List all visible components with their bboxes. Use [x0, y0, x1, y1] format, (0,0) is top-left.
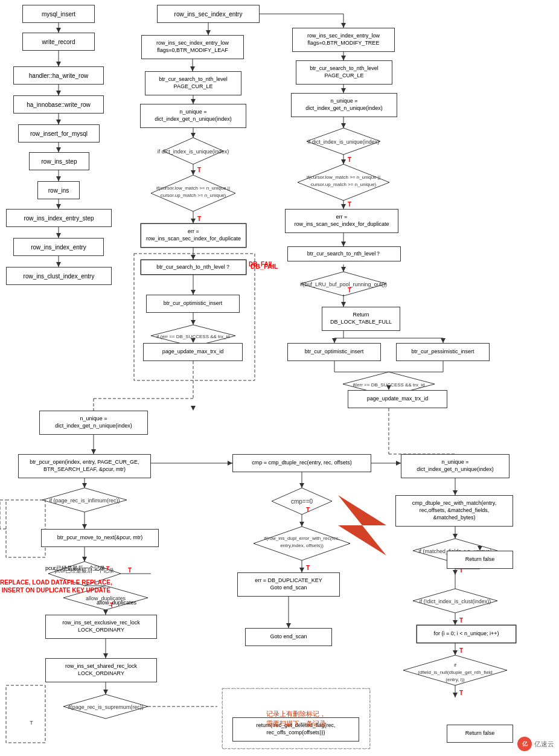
n-unique-3-box: n_unique =dict_index_get_n_unique(index) [401, 454, 509, 478]
ha-innobase-box: ha_innobase::write_row [13, 95, 104, 114]
svg-text:T: T [30, 720, 33, 726]
row-ins-label: row_ins [48, 187, 69, 194]
svg-text:(entry, i)): (entry, i)) [446, 677, 465, 682]
svg-marker-148 [299, 483, 304, 488]
page-update-1-label: page_update_max_trx_id [162, 348, 224, 356]
btr-pessimistic-box: btr_cur_pessimistic_insert [396, 343, 490, 361]
err-scan-right-label: err =row_ins_scan_sec_index_for_duplicat… [294, 214, 389, 228]
db-fail-label: DB_FAIL [249, 261, 274, 267]
svg-text:if(row_ins_dupl_error_with_rec: if(row_ins_dupl_error_with_rec(rec, [264, 536, 339, 541]
btr-pessimistic-label: btr_cur_pessimistic_insert [411, 348, 474, 356]
svg-text:if dict_index_is_unique(index): if dict_index_is_unique(index) [308, 139, 380, 145]
svg-marker-139 [103, 690, 108, 694]
return-false-1-label: Return false [465, 556, 495, 563]
svg-text:T: T [348, 201, 351, 208]
row-ins-clust-label: row_ins_clust_index_entry [24, 272, 95, 280]
svg-marker-63 [341, 23, 346, 28]
svg-text:T: T [459, 617, 463, 624]
err-scan-left-box: err =row_ins_scan_sec_index_for_duplicat… [141, 223, 246, 248]
svg-marker-17 [56, 262, 61, 267]
n-unique-1-label: n_unique =dict_index_get_n_unique(index) [155, 109, 232, 123]
btr-search-tree-label: btr_cur_search_to_nth_levelPAGE_CUR_LE [310, 65, 379, 79]
mysql-insert-label: mysql_insert [42, 10, 75, 18]
svg-text:if(cursor.low_match >= n_uniqu: if(cursor.low_match >= n_unique || [156, 185, 230, 191]
cmp-dtuple-match-label: cmp_dtuple_rec_with_match(entry,rec,offs… [412, 500, 496, 521]
row-insert-mysql-box: row_insert_for_mysql [18, 124, 100, 143]
row-ins-clust-box: row_ins_clust_index_entry [6, 267, 112, 285]
row-ins-step-label: row_ins_step [42, 158, 77, 165]
deleted-note-text: 记录上有删除标记，需要扫描下一条记录 [266, 709, 326, 729]
svg-marker-149 [272, 488, 332, 514]
svg-rect-121 [6, 500, 45, 557]
svg-marker-7 [56, 120, 61, 124]
svg-text:if(cursor.low_match >= n_uniqu: if(cursor.low_match >= n_unique || [307, 175, 380, 180]
n-unique-3-label: n_unique =dict_index_get_n_unique(index) [417, 459, 494, 473]
cmp-dtuple-label: cmp = cmp_dtuple_rec(entry, rec, offsets… [252, 460, 352, 467]
handler-write-row-box: handler::ha_write_row [13, 66, 104, 85]
btr-search-q-right-box: btr_cur_search_to_nth_level？ [287, 246, 401, 261]
write-record-box: write_record [22, 33, 95, 51]
err-dup-key-box: err = DB_DUPLICATE_KEYGoto end_scan [237, 572, 340, 597]
svg-marker-94 [332, 338, 337, 343]
svg-marker-172 [478, 546, 482, 551]
ha-innobase-label: ha_innobase::write_row [27, 101, 91, 109]
svg-marker-85 [301, 272, 386, 296]
svg-marker-15 [56, 233, 61, 238]
row-ins-index-step-box: row_ins_index_entry_step [6, 209, 112, 227]
svg-marker-106 [386, 385, 391, 390]
replace-label: REPLACE, LOAD DATAFILE REPLACE,INSERT ON… [0, 578, 112, 594]
return-lock-full-box: ReturnDB_LOCK_TABLE_FULL [322, 307, 400, 331]
row-ins-shared-label: row_ins_set_shared_rec_lockLOCK_ORDINARY [65, 663, 137, 677]
svg-text:if(err == DB_SUCCESS && trx_id: if(err == DB_SUCCESS && trx_id [353, 382, 424, 388]
svg-marker-165 [453, 534, 458, 539]
btr-search-q-right-label: btr_cur_search_to_nth_level？ [307, 251, 382, 258]
deleted-note-box: 记录上有删除标记，需要扫描下一条记录 [222, 688, 370, 749]
svg-marker-161 [286, 623, 291, 628]
watermark-text: 亿速云 [534, 740, 554, 749]
btr-pcur-move-box: btr_pcur_move_to_next(&pcur, mtr) [41, 529, 159, 547]
row-ins-shared-box: row_ins_set_shared_rec_lockLOCK_ORDINARY [45, 658, 157, 682]
svg-marker-114 [82, 483, 87, 488]
return-lock-full-label: ReturnDB_LOCK_TABLE_FULL [330, 312, 392, 325]
svg-marker-118 [82, 524, 87, 529]
pcur-last-label: pcur已经是最后一个记录 T [45, 565, 110, 572]
svg-text:(dfield_is_null(dtuple_get_nth: (dfield_is_null(dtuple_get_nth_field [418, 670, 493, 675]
svg-marker-184 [403, 655, 507, 685]
svg-marker-54 [191, 338, 196, 343]
sec-low-tree-label: row_ins_sec_index_entry_lowflags=0,BTR_M… [307, 33, 380, 46]
btr-pcur-move-label: btr_pcur_move_to_next(&pcur, mtr) [57, 534, 143, 542]
sec-low-leaf-box: row_ins_sec_index_entry_lowflags=0,BTR_M… [141, 35, 244, 59]
n-unique-2-box: n_unique =dict_index_get_n_unique(index) [291, 93, 397, 117]
btr-cur-search-leaf-box: btr_cur_search_to_nth_levelPAGE_CUR_LE [145, 71, 241, 95]
row-ins-index-entry-label: row_ins_index_entry [31, 243, 86, 251]
return-false-1-box: Return false [447, 551, 513, 569]
svg-text:T: T [306, 565, 310, 571]
svg-text:T: T [306, 507, 310, 513]
svg-text:entry,index, offsets)): entry,index, offsets)) [280, 543, 324, 548]
page-update-2-box: page_update_max_trx_id [348, 390, 447, 408]
svg-rect-143 [6, 685, 45, 743]
svg-text:T: T [128, 567, 132, 574]
svg-marker-47 [191, 290, 196, 295]
svg-text:T: T [197, 167, 201, 173]
svg-marker-153 [299, 522, 304, 527]
for-loop-box: for (i = 0; i < n_unique; i++) [417, 625, 516, 643]
row-ins-sec-label: row_ins_sec_index_entry [174, 10, 243, 18]
btr-optimistic-2-box: btr_cur_optimistic_insert [287, 343, 381, 361]
svg-text:if (err == DB_SUCCESS && trx_i: if (err == DB_SUCCESS && trx_id [156, 334, 229, 339]
svg-marker-9 [56, 147, 61, 152]
row-ins-sec-box: row_ins_sec_index_entry [157, 5, 260, 23]
svg-text:if: if [454, 662, 457, 668]
btr-pcur-open-label: btr_pcur_open(index, entry, PAGE_CUR_GE,… [30, 459, 139, 473]
svg-marker-44 [191, 255, 196, 260]
err-scan-right-box: err =row_ins_scan_sec_index_for_duplicat… [285, 209, 398, 233]
goto-end-scan-box: Goto end_scan [245, 628, 332, 646]
svg-marker-84 [341, 267, 346, 272]
svg-marker-82 [341, 242, 346, 246]
svg-marker-19 [206, 30, 211, 35]
row-ins-exclusive-box: row_ins_set_exclusive_rec_lockLOCK_ORDIN… [45, 615, 157, 639]
cmp-dtuple-match-box: cmp_dtuple_rec_with_match(entry,rec,offs… [395, 495, 513, 527]
n-unique-bottom-box: n_unique =dict_index_get_n_unique(index) [39, 411, 148, 435]
svg-text:if dict_index_is_unique(index): if dict_index_is_unique(index) [158, 149, 229, 155]
row-ins-box: row_ins [37, 181, 80, 199]
